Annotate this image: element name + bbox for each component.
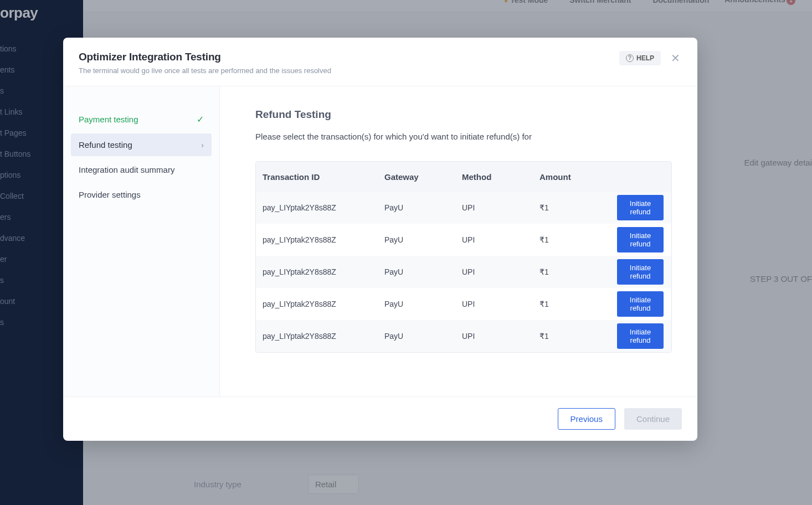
cell-method: UPI	[462, 235, 539, 244]
nav-step-label: Refund testing	[79, 140, 132, 150]
col-transaction-id: Transaction ID	[263, 172, 384, 182]
cell-amount: ₹1	[539, 332, 617, 341]
help-icon: ?	[626, 54, 634, 62]
cell-transaction-id: pay_LIYptak2Y8s88Z	[263, 300, 384, 308]
cell-gateway: PayU	[384, 203, 462, 212]
nav-step-integration-audit-summary[interactable]: Integration audit summary	[71, 158, 212, 181]
continue-button[interactable]: Continue	[624, 408, 682, 430]
modal-title: Optimizer Integration Testing	[79, 51, 331, 63]
content-heading: Refund Testing	[255, 109, 672, 121]
cell-method: UPI	[462, 300, 539, 308]
cell-amount: ₹1	[539, 203, 617, 212]
initiate-refund-button[interactable]: Initiate refund	[617, 323, 664, 349]
step-nav: Payment testing✓Refund testing›Integrati…	[63, 86, 220, 396]
content-pane: Refund Testing Please select the transac…	[220, 86, 697, 396]
nav-step-label: Provider settings	[79, 190, 141, 199]
previous-button[interactable]: Previous	[558, 408, 615, 430]
modal-subtitle: The terminal would go live once all test…	[79, 66, 331, 75]
table-header: Transaction ID Gateway Method Amount	[256, 162, 671, 192]
cell-gateway: PayU	[384, 332, 462, 341]
close-icon[interactable]: ✕	[669, 51, 682, 65]
help-button[interactable]: ? HELP	[619, 51, 661, 65]
nav-step-label: Integration audit summary	[79, 165, 174, 174]
cell-method: UPI	[462, 203, 539, 212]
cell-transaction-id: pay_LIYptak2Y8s88Z	[263, 267, 384, 276]
integration-testing-modal: Optimizer Integration Testing The termin…	[63, 38, 697, 441]
table-row: pay_LIYptak2Y8s88ZPayUUPI₹1Initiate refu…	[256, 288, 671, 320]
cell-transaction-id: pay_LIYptak2Y8s88Z	[263, 235, 384, 244]
initiate-refund-button[interactable]: Initiate refund	[617, 259, 664, 285]
table-row: pay_LIYptak2Y8s88ZPayUUPI₹1Initiate refu…	[256, 224, 671, 256]
col-gateway: Gateway	[384, 172, 462, 182]
cell-amount: ₹1	[539, 235, 617, 244]
modal-header: Optimizer Integration Testing The termin…	[63, 38, 697, 86]
table-row: pay_LIYptak2Y8s88ZPayUUPI₹1Initiate refu…	[256, 192, 671, 224]
cell-gateway: PayU	[384, 267, 462, 276]
content-description: Please select the transaction(s) for whi…	[255, 132, 672, 141]
cell-transaction-id: pay_LIYptak2Y8s88Z	[263, 203, 384, 212]
check-icon: ✓	[197, 114, 204, 125]
help-label: HELP	[636, 54, 654, 62]
table-row: pay_LIYptak2Y8s88ZPayUUPI₹1Initiate refu…	[256, 256, 671, 288]
chevron-right-icon: ›	[201, 141, 204, 150]
initiate-refund-button[interactable]: Initiate refund	[617, 195, 664, 220]
cell-amount: ₹1	[539, 300, 617, 308]
cell-gateway: PayU	[384, 300, 462, 308]
cell-amount: ₹1	[539, 267, 617, 276]
cell-method: UPI	[462, 332, 539, 341]
initiate-refund-button[interactable]: Initiate refund	[617, 227, 664, 252]
modal-footer: Previous Continue	[63, 396, 697, 441]
nav-step-refund-testing[interactable]: Refund testing›	[71, 133, 212, 156]
cell-transaction-id: pay_LIYptak2Y8s88Z	[263, 332, 384, 341]
col-method: Method	[462, 172, 539, 182]
modal-body: Payment testing✓Refund testing›Integrati…	[63, 86, 697, 396]
table-row: pay_LIYptak2Y8s88ZPayUUPI₹1Initiate refu…	[256, 320, 671, 352]
col-amount: Amount	[539, 172, 617, 182]
initiate-refund-button[interactable]: Initiate refund	[617, 291, 664, 317]
cell-method: UPI	[462, 267, 539, 276]
nav-step-label: Payment testing	[79, 115, 138, 124]
nav-step-provider-settings[interactable]: Provider settings	[71, 183, 212, 206]
nav-step-payment-testing[interactable]: Payment testing✓	[71, 107, 212, 131]
transactions-table: Transaction ID Gateway Method Amount pay…	[255, 161, 672, 353]
cell-gateway: PayU	[384, 235, 462, 244]
